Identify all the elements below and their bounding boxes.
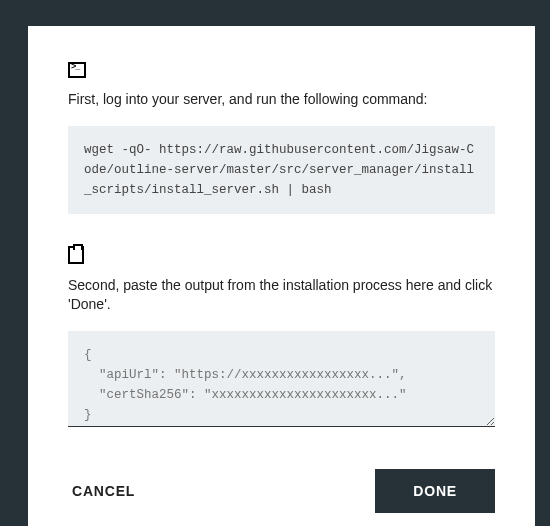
output-paste-input[interactable] [68, 331, 495, 427]
setup-dialog: First, log into your server, and run the… [28, 26, 535, 526]
step-2: Second, paste the output from the instal… [68, 246, 495, 431]
backdrop [0, 0, 10, 526]
install-command-block[interactable]: wget -qO- https://raw.githubusercontent.… [68, 126, 495, 214]
terminal-icon [68, 62, 86, 78]
clipboard-icon [68, 246, 84, 264]
step-2-instruction: Second, paste the output from the instal… [68, 276, 495, 315]
cancel-button[interactable]: CANCEL [68, 469, 173, 513]
dialog-actions: CANCEL DONE [68, 469, 495, 513]
done-button[interactable]: DONE [375, 469, 495, 513]
step-1: First, log into your server, and run the… [68, 62, 495, 214]
step-1-instruction: First, log into your server, and run the… [68, 90, 495, 110]
